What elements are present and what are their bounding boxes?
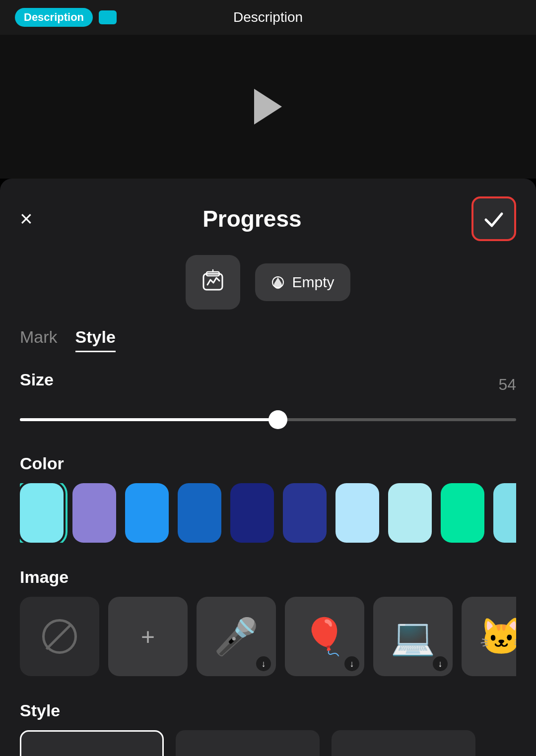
image-laptop[interactable]: 💻 <box>373 597 453 676</box>
panel-title: Progress <box>202 205 301 232</box>
image-label: Image <box>20 567 516 587</box>
color-swatch-6[interactable] <box>335 483 379 543</box>
slider-fill <box>20 418 278 421</box>
desc-pill: Description <box>15 8 93 27</box>
tab-style[interactable]: Style <box>75 327 116 352</box>
image-row: + 🎤 🎈 💻 🐱 <box>20 597 516 676</box>
empty-button[interactable]: Empty <box>255 263 350 301</box>
image-add[interactable]: + <box>108 597 188 676</box>
mic-emoji: 🎤 <box>214 619 259 654</box>
image-balloon[interactable]: 🎈 <box>285 597 364 676</box>
color-swatch-1[interactable] <box>72 483 116 543</box>
video-preview[interactable] <box>0 35 536 179</box>
color-swatch-8[interactable] <box>441 483 484 543</box>
size-slider[interactable] <box>20 407 516 432</box>
analytics-button[interactable] <box>186 255 240 310</box>
style-item-pill[interactable]: Description <box>20 730 164 756</box>
action-row: Empty <box>20 255 516 310</box>
balloon-emoji: 🎈 <box>302 619 347 654</box>
size-value: 54 <box>498 376 516 394</box>
color-row <box>20 483 516 543</box>
style-label: Style <box>20 701 516 720</box>
color-swatch-5[interactable] <box>283 483 327 543</box>
color-swatch-9[interactable] <box>493 483 516 543</box>
color-swatch-0[interactable] <box>20 483 64 543</box>
color-swatch-2[interactable] <box>125 483 169 543</box>
style-item-yellow[interactable]: Description <box>332 730 475 756</box>
tabs: Mark Style <box>20 327 516 352</box>
download-badge-laptop <box>433 656 448 671</box>
close-button[interactable]: × <box>20 208 33 230</box>
edit-panel: × Progress Empty Mark <box>0 179 536 756</box>
color-label: Color <box>20 454 516 473</box>
style-row: Description Description Description <box>20 730 516 756</box>
top-bar: Description Description <box>0 0 536 35</box>
top-bar-center-title: Description <box>233 9 303 25</box>
checkmark-icon <box>482 207 506 231</box>
style-item-bar[interactable]: Description <box>176 730 320 756</box>
fill-icon <box>271 275 285 289</box>
color-swatch-4[interactable] <box>230 483 274 543</box>
empty-label: Empty <box>292 274 334 291</box>
analytics-icon <box>200 269 226 296</box>
panel-header: × Progress <box>20 179 516 255</box>
download-badge-balloon <box>344 656 359 671</box>
no-image-icon <box>42 619 77 654</box>
tab-mark[interactable]: Mark <box>20 327 58 352</box>
image-mic[interactable]: 🎤 <box>197 597 276 676</box>
size-header: Size 54 <box>20 370 516 399</box>
color-swatch-7[interactable] <box>388 483 432 543</box>
download-badge-mic <box>256 656 271 671</box>
desc-small-rect <box>99 10 117 24</box>
add-icon: + <box>141 623 155 650</box>
slider-thumb[interactable] <box>268 410 287 429</box>
top-bar-left: Description <box>15 8 117 27</box>
cat-emoji: 🐱 <box>479 619 516 654</box>
image-none[interactable] <box>20 597 99 676</box>
confirm-button[interactable] <box>471 196 516 241</box>
play-button[interactable] <box>254 89 282 125</box>
color-swatch-3[interactable] <box>178 483 221 543</box>
laptop-emoji: 💻 <box>391 619 435 654</box>
slider-track <box>20 418 516 421</box>
image-cat[interactable]: 🐱 <box>462 597 516 676</box>
size-label: Size <box>20 370 54 389</box>
